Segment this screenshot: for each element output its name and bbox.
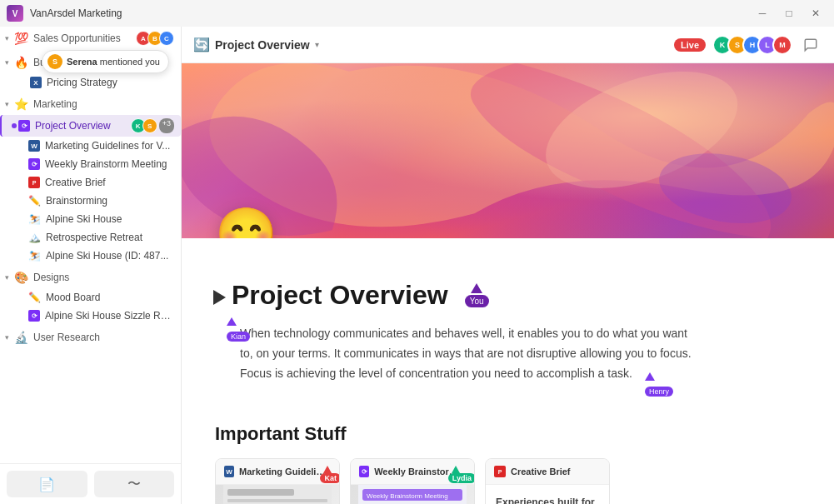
- card-weekly-brainstorm[interactable]: ⟳ Weekly Brainstorm Me... Weekly Brainst…: [350, 458, 475, 504]
- word-icon: W: [28, 140, 40, 152]
- card-title-3: Creative Brief: [511, 467, 571, 477]
- chevron-down-icon: ▾: [5, 273, 9, 282]
- sidebar-item-weekly-brainstorm[interactable]: ⟳ Weekly Brainstorm Meeting: [0, 155, 181, 173]
- avatar-badge: +3: [159, 118, 174, 133]
- pdf-card-icon: P: [494, 466, 506, 477]
- sidebar-item-project-overview[interactable]: ⟳ Project Overview K S +3: [0, 115, 181, 137]
- designs-label: Designs: [33, 272, 174, 283]
- sidebar-item-brainstorming[interactable]: ✏️ Brainstorming: [0, 192, 181, 210]
- cursor-label-kat: Kat: [320, 473, 340, 483]
- page-description: Kian When technology communicates and be…: [215, 324, 698, 383]
- retrospective-label: Retrospective Retreat: [46, 232, 174, 243]
- weekly-brainstorm-label: Weekly Brainstorm Meeting: [45, 158, 174, 170]
- activity-icon: 〜: [127, 476, 141, 493]
- hero-image: 😊: [182, 63, 834, 238]
- sidebar-section-sales[interactable]: ▾ 💯 Sales Opportunities A B C: [0, 27, 181, 50]
- note-icon: 📄: [38, 477, 55, 492]
- section-designs: ▾ 🎨 Designs ✏️ Mood Board ⟳ Alpine Ski H…: [0, 267, 181, 325]
- sidebar-section-marketing[interactable]: ▾ ⭐ Marketing: [0, 93, 181, 115]
- section-budget: ▾ 🔥 Budget and Fin... S Serena mentioned…: [0, 52, 181, 92]
- play-button[interactable]: [213, 290, 226, 305]
- alpine-ski-2-label: Alpine Ski House (ID: 487...: [46, 250, 174, 262]
- sidebar-item-alpine-sizzle[interactable]: ⟳ Alpine Ski House Sizzle Re...: [0, 307, 181, 325]
- creative-brief-label: Creative Brief: [45, 177, 174, 188]
- svg-rect-4: [227, 499, 327, 502]
- pricing-label: Pricing Strategy: [47, 77, 174, 88]
- sidebar-section-user-research[interactable]: ▾ 🔬 User Research: [0, 327, 181, 348]
- cursor-triangle-henry: [645, 372, 655, 381]
- note-button[interactable]: 📄: [7, 471, 87, 497]
- cursor-triangle-lydia: [452, 466, 460, 473]
- sidebar-item-creative-brief[interactable]: P Creative Brief: [0, 173, 181, 192]
- activity-button[interactable]: 〜: [94, 471, 175, 497]
- cursor-you: You: [465, 283, 489, 307]
- cursor-triangle-you: [471, 283, 482, 293]
- sidebar-section-budget[interactable]: ▾ 🔥 Budget and Fin... S Serena mentioned…: [0, 52, 181, 73]
- pencil-icon: ✏️: [28, 195, 41, 207]
- pencil-icon-2: ✏️: [28, 292, 41, 303]
- sidebar-item-marketing-guidelines[interactable]: W Marketing Guidelines for V...: [0, 137, 181, 155]
- sidebar-item-pricing[interactable]: X Pricing Strategy: [0, 73, 181, 92]
- title-bar-title: VanArsdel Marketing: [30, 7, 122, 19]
- word-card-icon: W: [224, 466, 234, 477]
- main-content: 🔄 Project Overview ▾ Live K S H L M: [182, 27, 834, 504]
- card-image-2: Weekly Brainstorm Meeting Lydia: [351, 485, 474, 504]
- sidebar-item-alpine-ski[interactable]: ⛷️ Alpine Ski House: [0, 210, 181, 228]
- chevron-down-icon: ▾: [5, 58, 9, 67]
- sales-icon: 💯: [14, 32, 28, 45]
- sidebar-item-alpine-ski-2[interactable]: ⛷️ Alpine Ski House (ID: 487...: [0, 247, 181, 265]
- section-sales: ▾ 💯 Sales Opportunities A B C: [0, 27, 181, 50]
- cursor-label-kian: Kian: [227, 332, 250, 342]
- budget-icon: 🔥: [14, 56, 28, 69]
- title-bar: V VanArsdel Marketing ─ □ ✕: [0, 0, 834, 27]
- live-badge[interactable]: Live: [674, 38, 706, 52]
- cursor-triangle-kian: [227, 317, 237, 326]
- card-title-1: Marketing Guidelines f...: [239, 467, 331, 477]
- participant-avatars: K S H L M: [712, 35, 792, 55]
- comment-button[interactable]: [799, 33, 822, 57]
- cursor-label-you: You: [465, 295, 489, 307]
- brainstorming-label: Brainstorming: [46, 195, 174, 207]
- svg-rect-3: [227, 489, 294, 496]
- section-user-research: ▾ 🔬 User Research: [0, 327, 181, 348]
- card-creative-brief[interactable]: P Creative Brief Experiences built for f…: [485, 458, 610, 504]
- pdf-icon: P: [28, 177, 40, 188]
- sales-label: Sales Opportunities: [33, 32, 134, 44]
- chevron-down-icon: ▾: [5, 34, 9, 42]
- ski-icon: ⛷️: [28, 213, 41, 225]
- sidebar-item-mood-board[interactable]: ✏️ Mood Board: [0, 288, 181, 307]
- page-main-title: Project Overview You: [232, 280, 489, 311]
- marketing-guidelines-label: Marketing Guidelines for V...: [45, 140, 174, 152]
- marketing-label: Marketing: [33, 98, 174, 110]
- alpine-sizzle-label: Alpine Ski House Sizzle Re...: [45, 310, 174, 322]
- mention-tooltip: S Serena mentioned you: [42, 50, 169, 73]
- card-header-3: P Creative Brief: [486, 459, 609, 485]
- sidebar-section-designs[interactable]: ▾ 🎨 Designs: [0, 267, 181, 288]
- top-bar-right: Live K S H L M: [674, 33, 822, 57]
- cursor-kat: Kat: [320, 466, 340, 483]
- card-preview-svg-1: [223, 485, 332, 504]
- excel-icon: X: [30, 77, 42, 88]
- close-button[interactable]: ✕: [804, 5, 827, 22]
- cards-row: W Marketing Guidelines f...: [215, 458, 801, 504]
- sidebar-item-retrospective[interactable]: 🏔️ Retrospective Retreat: [0, 228, 181, 247]
- user-research-label: User Research: [33, 332, 174, 343]
- cursor-label-lydia: Lydia: [448, 473, 475, 483]
- chevron-down-icon: ▾: [5, 100, 9, 108]
- loop-card-icon: ⟳: [359, 466, 369, 477]
- avatar-3: C: [159, 31, 174, 46]
- card-marketing-guidelines[interactable]: W Marketing Guidelines f...: [215, 458, 340, 504]
- page-body: Project Overview You Kian: [182, 238, 834, 504]
- page-title-dropdown[interactable]: ▾: [315, 40, 319, 49]
- project-overview-label: Project Overview: [35, 120, 129, 132]
- maximize-button[interactable]: □: [777, 5, 801, 22]
- minimize-button[interactable]: ─: [751, 5, 774, 22]
- app-container: ▾ 💯 Sales Opportunities A B C ▾ 🔥 Budget…: [0, 27, 834, 504]
- content-area: 😊 Project Overview You: [182, 63, 834, 504]
- ski-icon-2: ⛷️: [28, 250, 41, 262]
- card-preview-svg-2: Weekly Brainstorm Meeting Lydia: [358, 485, 467, 504]
- sales-avatars: A B C: [139, 31, 174, 46]
- cursor-triangle-kat: [323, 466, 332, 473]
- play-icon: [213, 290, 226, 305]
- section-title-important: Important Stuff: [215, 423, 801, 445]
